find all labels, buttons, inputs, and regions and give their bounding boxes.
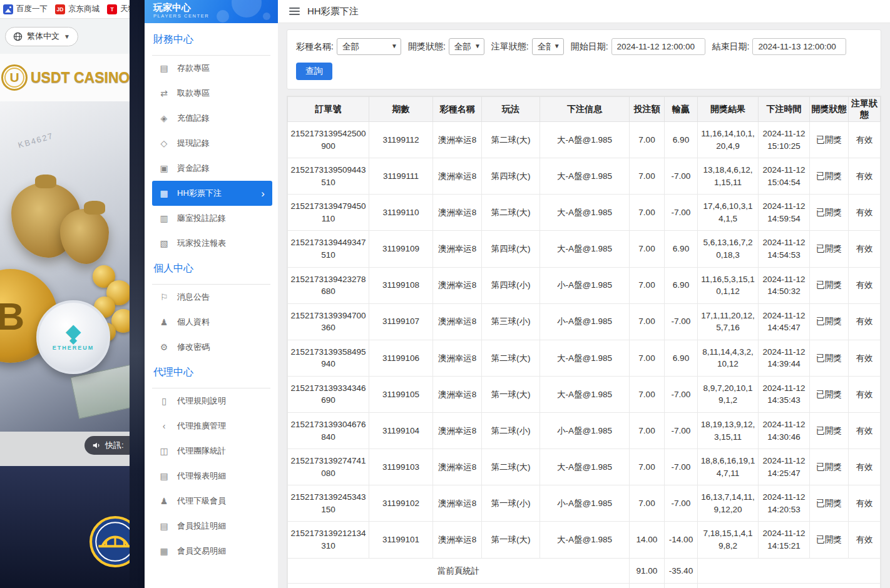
sidebar-item-member-transactions[interactable]: ▦會員交易明細 (145, 539, 278, 564)
cell-order-status: 有效 (849, 231, 881, 267)
cell-play-type: 第四球(大) (482, 231, 540, 267)
member-bets-icon: ▤ (159, 521, 169, 531)
sidebar-item-announcement[interactable]: ⚐消息公告 (145, 285, 278, 310)
member-transactions-icon: ▦ (159, 546, 169, 556)
sidebar-item-member-bets[interactable]: ▤會員投註明細 (145, 514, 278, 539)
cell-order-number: 2152173139423278680 (288, 267, 369, 303)
sidebar-item-agent-rules[interactable]: ▯代理規則說明 (145, 388, 278, 413)
table-header-row: 訂單號期數彩種名稱玩法下注信息投注額輸贏開獎結果下注時間開獎狀態注單狀態 (288, 97, 881, 122)
table-row: 215217313954250090031199112澳洲幸运8第二球(大)大-… (288, 122, 881, 158)
cell-play-type: 第三球(小) (482, 303, 540, 340)
cell-order-status: 有效 (849, 195, 881, 231)
main-content: 彩種名稱: 全部 ▼ 開獎狀態: 全部 ▼ 注單狀態: 全部 ▼ (278, 23, 890, 588)
sidebar-item-withdraw[interactable]: ⇄取款專區 (145, 81, 278, 106)
sidebar-item-player-report[interactable]: ▧玩家投注報表 (145, 231, 278, 256)
sidebar-item-lottery-bet[interactable]: ▦HH彩票下注› (152, 181, 272, 206)
menu-toggle-icon[interactable] (289, 8, 300, 15)
sidebar-item-room-bet-record[interactable]: ▥廳室投註記錄 (145, 206, 278, 231)
cell-draw-status: 已開獎 (810, 449, 849, 485)
cell-draw-status: 已開獎 (810, 267, 849, 303)
sidebar-menu: 財務中心▤存款專區⇄取款專區◈充值記錄◇提現記錄▣資金記錄▦HH彩票下注›▥廳室… (145, 23, 278, 564)
cell-draw-result: 18,19,13,9,12,3,15,11 (698, 413, 759, 449)
sidebar-item-label: 資金記錄 (177, 163, 210, 174)
summary-bet-total: 238.00 (630, 584, 665, 588)
cell-lottery-name: 澳洲幸运8 (433, 449, 482, 485)
lottery-name-select[interactable]: 全部 (337, 38, 401, 55)
cell-bet-info: 小-A盤@1.985 (540, 485, 630, 522)
bookmark-item[interactable]: 百度一下 (3, 4, 48, 14)
order-status-select[interactable]: 全部 (532, 38, 564, 55)
sidebar-item-label: HH彩票下注 (177, 188, 222, 199)
bookmark-item[interactable]: T天猫 (107, 4, 130, 14)
agent-promotion-icon: ‹ (159, 421, 169, 431)
sidebar-item-label: 提現記錄 (177, 138, 210, 149)
sidebar-item-funds-record[interactable]: ▣資金記錄 (145, 156, 278, 181)
cell-draw-result: 11,16,14,10,1,20,4,9 (698, 122, 759, 158)
cell-play-type: 第二球(大) (482, 340, 540, 376)
sidebar-item-label: 存款專區 (177, 63, 210, 74)
start-date-input[interactable] (611, 38, 705, 55)
cell-draw-result: 17,1,11,20,12,5,7,16 (698, 303, 759, 340)
column-header-bet-info: 下注信息 (540, 97, 630, 122)
cell-play-type: 第一球(大) (482, 376, 540, 412)
sidebar-item-recharge-record[interactable]: ◈充值記錄 (145, 106, 278, 131)
table-row: 215217313950944351031199111澳洲幸运8第四球(大)大-… (288, 158, 881, 195)
cell-draw-status: 已開獎 (810, 158, 849, 195)
summary-empty (698, 584, 881, 588)
cell-period: 31199110 (369, 195, 433, 231)
cell-draw-result: 7,18,15,1,4,19,8,2 (698, 522, 759, 558)
cell-bet-info: 大-A盤@1.985 (540, 340, 630, 376)
jd-favicon-icon: JD (55, 4, 65, 14)
query-button[interactable]: 查詢 (296, 63, 332, 80)
sidebar-item-withdrawal-record[interactable]: ◇提現記錄 (145, 131, 278, 156)
column-header-period: 期數 (369, 97, 433, 122)
sidebar-item-agent-members[interactable]: ♟代理下級會員 (145, 489, 278, 514)
player-report-icon: ▧ (159, 238, 169, 248)
agent-members-icon: ♟ (159, 496, 169, 506)
language-selector[interactable]: 繁体中文 ▼ (5, 27, 78, 46)
cell-draw-result: 13,18,4,6,12,1,15,11 (698, 158, 759, 195)
agent-rules-icon: ▯ (159, 396, 169, 406)
sidebar-item-label: 代理報表明細 (177, 470, 226, 482)
sidebar-item-password[interactable]: ⚙修改密碼 (145, 335, 278, 360)
sidebar-item-label: 廳室投註記錄 (177, 213, 226, 224)
cell-order-status: 有效 (849, 267, 881, 303)
casino-logo[interactable]: U USDT CASINO (0, 54, 130, 101)
tmall-favicon-icon: T (107, 4, 117, 14)
column-header-order-number: 訂單號 (288, 97, 369, 122)
cell-win-loss: 6.90 (665, 122, 698, 158)
sidebar-item-deposit[interactable]: ▤存款專區 (145, 56, 278, 81)
chevron-right-icon: › (261, 188, 265, 199)
end-date-input[interactable] (752, 38, 846, 55)
cell-draw-status: 已開獎 (810, 413, 849, 449)
cell-bet-amount: 14.00 (630, 522, 665, 558)
cell-bet-amount: 7.00 (630, 267, 665, 303)
bookmark-item[interactable]: JD京东商城 (55, 4, 100, 14)
sidebar-item-label: 修改密碼 (177, 342, 210, 353)
page-band: 快訊: (0, 432, 130, 466)
cell-draw-result: 8,9,7,20,10,19,1,2 (698, 376, 759, 412)
cell-play-type: 第二球(大) (482, 195, 540, 231)
sidebar-section-title: 代理中心 (152, 360, 270, 388)
withdrawal-record-icon: ◇ (159, 138, 169, 148)
draw-status-select[interactable]: 全部 (449, 38, 484, 55)
draw-status-label: 開獎狀態: (408, 41, 446, 53)
sidebar-item-agent-promotion[interactable]: ‹代理推廣管理 (145, 413, 278, 438)
sidebar-item-profile[interactable]: ♟個人資料 (145, 310, 278, 335)
cell-bet-amount: 7.00 (630, 340, 665, 376)
cell-draw-status: 已開獎 (810, 122, 849, 158)
cell-play-type: 第四球(小) (482, 267, 540, 303)
sidebar-header: 玩家中心 PLAYERS CENTER (145, 0, 278, 23)
sidebar-title: 玩家中心 (153, 3, 278, 13)
cell-order-status: 有效 (849, 413, 881, 449)
cell-win-loss: 6.90 (665, 340, 698, 376)
sidebar-item-agent-report[interactable]: ▤代理報表明細 (145, 464, 278, 489)
sidebar-item-agent-team[interactable]: ◫代理團隊統計 (145, 438, 278, 464)
cell-draw-status: 已開獎 (810, 522, 849, 558)
warriors-team-logo (90, 516, 130, 567)
cell-bet-info: 大-A盤@1.985 (540, 522, 630, 558)
cell-bet-info: 小-A盤@1.985 (540, 413, 630, 449)
cell-order-number: 2152173139479450110 (288, 195, 369, 231)
cell-play-type: 第四球(大) (482, 158, 540, 195)
cell-bet-amount: 7.00 (630, 195, 665, 231)
